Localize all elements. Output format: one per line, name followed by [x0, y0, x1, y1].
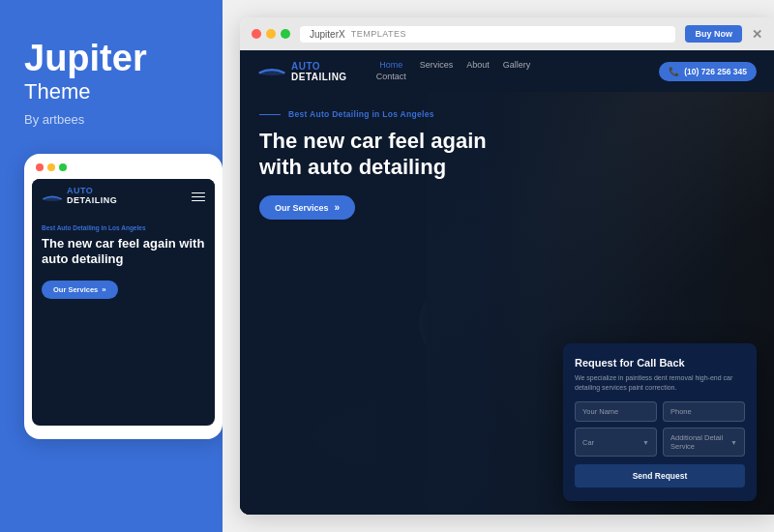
form-service-select[interactable]: Additional Detail Service ▼: [663, 428, 745, 457]
nav-link-contact[interactable]: Contact: [376, 72, 406, 83]
form-row-name-phone: Your Name Phone: [575, 401, 745, 422]
car-select-arrow: ▼: [642, 439, 649, 446]
site-logo: AUTO DETAILING: [257, 60, 347, 82]
form-description: We specialize in paintless dent removal …: [575, 373, 745, 393]
hamburger-line: [192, 200, 205, 202]
nav-link-home[interactable]: Home: [379, 60, 402, 72]
phone-number: (10) 726 256 345: [684, 67, 747, 76]
phone-button[interactable]: 📞 (10) 726 256 345: [659, 62, 757, 81]
jupiterx-brand: JupiterX: [310, 29, 345, 40]
callback-form: Request for Call Back We specialize in p…: [563, 343, 757, 501]
form-phone-input[interactable]: Phone: [663, 401, 745, 422]
mobile-logo: AUTO DETAILING: [42, 187, 117, 207]
hamburger-line: [192, 192, 205, 194]
site-logo-text: AUTO DETAILING: [291, 61, 347, 82]
hero-tag: Best Auto Detailing in Los Angeles: [259, 109, 755, 119]
mobile-logo-text: AUTO DETAILING: [67, 187, 117, 206]
form-service-placeholder: Additional Detail Service: [670, 433, 730, 451]
brand-title: Jupiter: [24, 39, 198, 79]
svg-point-1: [259, 71, 285, 75]
hamburger-line: [192, 196, 205, 198]
hero-services-button[interactable]: Our Services »: [259, 195, 355, 220]
nav-link-about[interactable]: About: [466, 60, 490, 82]
mobile-hamburger[interactable]: [192, 192, 205, 202]
left-panel: Jupiter Theme By artbees AUTO: [0, 0, 223, 532]
site-logo-icon: [257, 60, 286, 82]
hero-btn-arrow: »: [335, 202, 341, 213]
mobile-hero: Best Auto Detailing in Los Angeles The n…: [32, 215, 215, 300]
service-select-arrow: ▼: [730, 439, 737, 446]
nav-link-gallery[interactable]: Gallery: [503, 60, 531, 82]
mobile-hero-title: The new car feel again with auto detaili…: [42, 236, 205, 268]
form-car-select[interactable]: Car ▼: [575, 428, 657, 457]
mobile-logo-icon: [42, 187, 63, 207]
form-submit-button[interactable]: Send Request: [575, 464, 745, 488]
browser-close-button[interactable]: ✕: [752, 27, 762, 42]
nav-group-home-contact: Home Contact: [376, 60, 406, 82]
browser-dot-yellow[interactable]: [266, 29, 276, 39]
hero-btn-label: Our Services: [275, 203, 329, 213]
form-car-placeholder: Car: [582, 438, 594, 447]
browser-dots: [252, 29, 290, 39]
nav-link-services[interactable]: Services: [420, 60, 454, 82]
site-nav-links: Home Contact Services About Gallery: [376, 60, 640, 82]
form-name-input[interactable]: Your Name: [575, 401, 657, 422]
site-navigation: AUTO DETAILING Home Contact Services Abo…: [240, 50, 774, 92]
svg-point-0: [43, 197, 62, 201]
phone-icon: 📞: [669, 67, 679, 76]
dot-yellow: [47, 163, 55, 171]
site-hero: Best Auto Detailing in Los Angeles The n…: [240, 92, 774, 515]
browser-chrome: JupiterX TEMPLATES Buy Now ✕: [240, 17, 774, 50]
browser-dot-green[interactable]: [281, 29, 290, 39]
form-title: Request for Call Back: [575, 357, 745, 369]
website-content: AUTO DETAILING Home Contact Services Abo…: [240, 50, 774, 515]
browser-window: JupiterX TEMPLATES Buy Now ✕ AUTO: [240, 17, 774, 515]
mobile-nav: AUTO DETAILING: [32, 179, 215, 215]
dot-green: [59, 163, 67, 171]
mobile-services-button[interactable]: Our Services »: [42, 281, 118, 299]
hero-tag-line: [259, 114, 281, 116]
form-row-car-service: Car ▼ Additional Detail Service ▼: [575, 428, 745, 457]
browser-dot-red[interactable]: [252, 29, 261, 39]
hero-title: The new car feel again with auto detaili…: [259, 129, 491, 180]
mobile-window-dots: [32, 163, 215, 179]
hero-tag-text: Best Auto Detailing in Los Angeles: [288, 109, 434, 119]
brand-subtitle: Theme: [24, 79, 198, 104]
mobile-preview: AUTO DETAILING Best Auto Detailing in Lo…: [24, 154, 223, 439]
browser-address-bar[interactable]: JupiterX TEMPLATES: [300, 26, 675, 43]
templates-label: TEMPLATES: [351, 29, 406, 39]
dot-red: [36, 163, 44, 171]
brand-by: By artbees: [24, 112, 198, 127]
mobile-hero-tag: Best Auto Detailing in Los Angeles: [42, 224, 205, 231]
right-panel: JupiterX TEMPLATES Buy Now ✕ AUTO: [223, 0, 774, 532]
mobile-screen: AUTO DETAILING Best Auto Detailing in Lo…: [32, 179, 215, 426]
buy-now-button[interactable]: Buy Now: [685, 25, 742, 43]
